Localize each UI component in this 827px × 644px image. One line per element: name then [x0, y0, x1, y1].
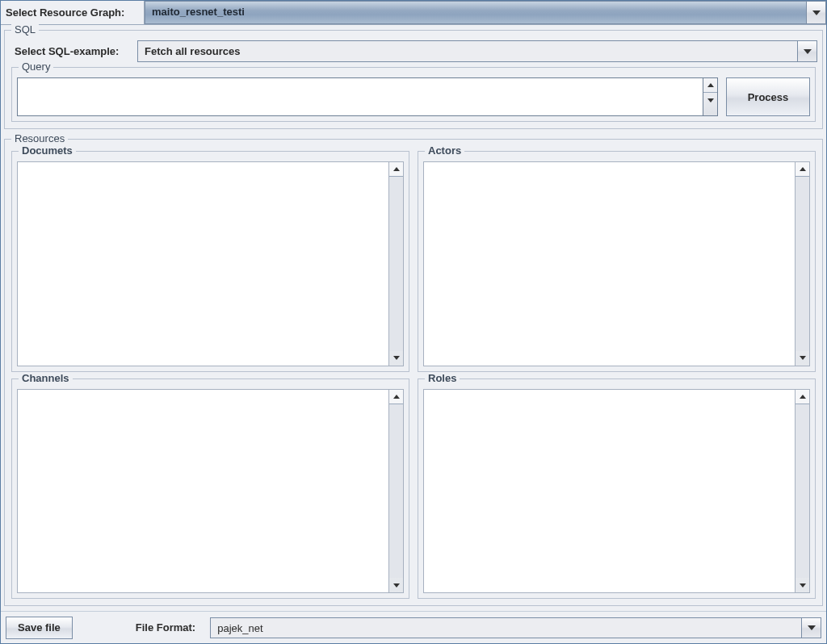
sql-example-label: Select SQL-example:	[10, 40, 137, 62]
channels-scroll-down-button[interactable]	[389, 578, 403, 592]
documents-panel: Documets	[11, 151, 409, 372]
chevron-down-icon	[808, 625, 816, 630]
resource-graph-combo[interactable]: maito_resnet_testi	[145, 1, 826, 24]
channels-legend: Channels	[19, 372, 73, 384]
documents-scroll-track[interactable]	[389, 177, 403, 351]
query-textarea-wrap	[17, 77, 718, 116]
bottom-row: Save file File Format: pajek_net	[1, 611, 826, 643]
query-scroll-up-button[interactable]	[703, 78, 717, 93]
chevron-up-icon	[800, 395, 806, 399]
resources-group: Resources Documets Actors	[4, 139, 823, 606]
actors-scrollbar[interactable]	[795, 162, 809, 366]
process-button[interactable]: Process	[726, 77, 810, 116]
file-format-label: File Format:	[136, 621, 195, 634]
channels-scroll-up-button[interactable]	[389, 390, 403, 404]
actors-list-wrap	[423, 161, 810, 366]
roles-list[interactable]	[424, 390, 795, 593]
chevron-down-icon	[393, 356, 400, 360]
resource-graph-row: Select Resource Graph: maito_resnet_test…	[1, 1, 826, 25]
sql-group: SQL Select SQL-example: Fetch all resour…	[4, 30, 823, 129]
roles-scrollbar[interactable]	[795, 390, 809, 593]
save-file-button[interactable]: Save file	[6, 617, 73, 639]
channels-scroll-track[interactable]	[389, 404, 403, 579]
documents-scrollbar[interactable]	[388, 162, 403, 366]
actors-list[interactable]	[424, 162, 795, 366]
file-format-value: pajek_net	[210, 617, 802, 638]
documents-list[interactable]	[18, 162, 388, 366]
documents-scroll-up-button[interactable]	[389, 162, 403, 177]
resources-legend: Resources	[11, 132, 68, 144]
chevron-down-icon	[800, 583, 806, 588]
query-scrollbar[interactable]	[703, 78, 717, 115]
chevron-up-icon	[393, 395, 400, 399]
chevron-down-icon	[800, 356, 806, 360]
actors-panel: Actors	[418, 151, 816, 372]
sql-example-value: Fetch all resources	[137, 40, 798, 62]
file-format-dropdown-button[interactable]	[802, 617, 821, 638]
query-row: Process	[17, 77, 810, 116]
query-legend: Query	[19, 61, 53, 73]
roles-legend: Roles	[425, 372, 460, 384]
channels-list-wrap	[17, 389, 404, 594]
actors-legend: Actors	[425, 144, 464, 157]
documents-legend: Documets	[19, 144, 76, 157]
chevron-up-icon	[393, 167, 400, 171]
resource-graph-label: Select Resource Graph:	[1, 1, 145, 24]
chevron-down-icon	[804, 49, 812, 54]
resource-graph-value: maito_resnet_testi	[145, 1, 807, 24]
chevron-up-icon	[707, 83, 714, 87]
chevron-up-icon	[800, 167, 806, 171]
sql-example-dropdown-button[interactable]	[798, 40, 817, 62]
resource-graph-dropdown-button[interactable]	[807, 1, 826, 24]
roles-scroll-track[interactable]	[796, 404, 809, 579]
actors-scroll-track[interactable]	[796, 177, 809, 351]
query-input[interactable]	[18, 78, 703, 115]
documents-scroll-down-button[interactable]	[389, 351, 403, 366]
roles-scroll-up-button[interactable]	[796, 390, 809, 404]
sql-legend: SQL	[11, 23, 39, 36]
roles-list-wrap	[423, 389, 810, 594]
file-format-combo[interactable]: pajek_net	[210, 617, 821, 638]
actors-scroll-down-button[interactable]	[796, 351, 809, 366]
sql-example-row: Select SQL-example: Fetch all resources	[10, 40, 817, 62]
resources-grid: Documets Actors	[10, 149, 817, 600]
channels-scrollbar[interactable]	[388, 390, 403, 593]
main-window: Select Resource Graph: maito_resnet_test…	[0, 0, 827, 644]
chevron-down-icon	[707, 98, 714, 102]
roles-panel: Roles	[418, 378, 816, 600]
channels-panel: Channels	[11, 378, 409, 600]
query-group: Query Process	[11, 67, 816, 122]
query-scroll-down-button[interactable]	[703, 93, 717, 107]
actors-scroll-up-button[interactable]	[796, 162, 809, 177]
channels-list[interactable]	[18, 390, 388, 593]
roles-scroll-down-button[interactable]	[796, 578, 809, 592]
documents-list-wrap	[17, 161, 404, 366]
sql-example-combo[interactable]: Fetch all resources	[137, 40, 817, 62]
chevron-down-icon	[812, 10, 821, 15]
chevron-down-icon	[393, 583, 400, 588]
